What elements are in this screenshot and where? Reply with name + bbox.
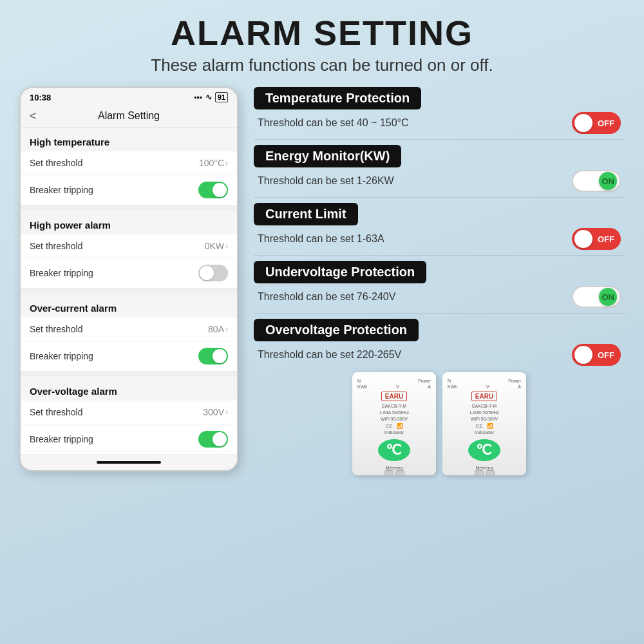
- feature-undervoltage: Undervoltage Protection Threshold can be…: [254, 261, 625, 308]
- device-indicator-label: Indicator: [384, 430, 404, 435]
- device-et-icon-2: ℃: [473, 439, 495, 461]
- setting-row-3: Set threshold 80A ›: [21, 317, 237, 341]
- page-subtitle: These alarm functions can be turned on o…: [151, 55, 493, 75]
- divider-3: [254, 255, 625, 256]
- feature-row-temperature: Threshold can be set 40 ~ 150°C OFF: [254, 112, 625, 134]
- value-set-threshold-4[interactable]: 300V ›: [203, 407, 228, 417]
- setting-row-4: Set threshold 300V ›: [21, 401, 237, 424]
- setting-row-toggle-2: Breaker tripping: [21, 258, 237, 289]
- back-button[interactable]: <: [30, 109, 37, 123]
- feature-current: Current Limit Threshold can be set 1-63A…: [254, 203, 625, 250]
- device-metering-label-2: Metering: [475, 466, 493, 470]
- toggle-text-undervoltage: ON: [602, 292, 615, 302]
- label-breaker-1: Breaker tripping: [30, 185, 93, 195]
- toggle-breaker-4[interactable]: [198, 431, 228, 448]
- right-panel: Temperature Protection Threshold can be …: [254, 87, 625, 475]
- feature-energy: Energy Monitor(KW) Threshold can be set …: [254, 145, 625, 192]
- feature-label-overvoltage: Overvoltage Protection: [254, 319, 419, 341]
- label-breaker-3: Breaker tripping: [30, 351, 93, 361]
- wifi-icon: ∿: [205, 93, 212, 102]
- section-high-temperature: High temperature: [21, 128, 237, 151]
- home-indicator: [97, 461, 161, 464]
- toggle-text-overvoltage: OFF: [598, 350, 614, 360]
- feature-label-energy: Energy Monitor(KW): [254, 145, 401, 167]
- content-row: 10:38 ▪▪▪ ∿ 91 < Alarm Setting High temp…: [19, 87, 625, 475]
- device-spec-2: EAKCB-T-M 1-63A 50/60Hz WiFi 90-300V: [469, 403, 499, 422]
- device-et-icon: ℃: [383, 439, 405, 461]
- setting-row-toggle-1: Breaker tripping: [21, 175, 237, 205]
- section-overcurrent-alarm: Over-current alarm: [21, 294, 237, 317]
- chevron-icon-4: ›: [225, 408, 228, 417]
- status-time: 10:38: [30, 93, 51, 102]
- page-title: ALARM SETTING: [171, 13, 473, 53]
- screen-title: Alarm Setting: [98, 110, 160, 122]
- setting-row-toggle-4: Breaker tripping: [21, 424, 237, 455]
- label-set-threshold-1: Set threshold: [30, 158, 83, 168]
- toggle-knob-current: [574, 230, 592, 248]
- feature-row-energy: Threshold can be set 1-26KW ON: [254, 170, 625, 192]
- page-wrapper: ALARM SETTING These alarm functions can …: [0, 0, 644, 644]
- phone-content: High temperature Set threshold 100°C › B…: [21, 128, 237, 464]
- device-bottom-ports-2: [475, 470, 495, 475]
- device-metering-label: Metering: [385, 466, 402, 470]
- label-set-threshold-3: Set threshold: [30, 324, 83, 334]
- device-brand-2: EARU: [471, 392, 497, 401]
- value-set-threshold-1[interactable]: 100°C ›: [199, 158, 228, 168]
- value-set-threshold-2[interactable]: 0KW ›: [205, 241, 228, 251]
- battery-icon: 91: [215, 92, 228, 102]
- device-brand-1: EARU: [381, 392, 407, 401]
- section-high-power-alarm: High power alarm: [21, 211, 237, 234]
- toggle-breaker-3[interactable]: [198, 348, 228, 365]
- label-set-threshold-4: Set threshold: [30, 407, 83, 417]
- toggle-text-temperature: OFF: [598, 118, 614, 128]
- device-body-2: N Power KWh V A EARU EAKCB-T-M 1-63A: [442, 372, 526, 475]
- phone-mockup: 10:38 ▪▪▪ ∿ 91 < Alarm Setting High temp…: [19, 87, 238, 471]
- threshold-overvoltage: Threshold can be set 220-265V: [258, 349, 401, 361]
- toggle-breaker-2[interactable]: [198, 265, 228, 281]
- device-port-2: [395, 470, 404, 475]
- chevron-icon-3: ›: [225, 325, 228, 334]
- toggle-overvoltage[interactable]: OFF: [572, 344, 621, 366]
- divider-1: [254, 139, 625, 140]
- toggle-energy[interactable]: ON: [572, 170, 621, 192]
- toggle-current[interactable]: OFF: [572, 228, 621, 250]
- section-overvoltage-alarm: Over-voltage alarm: [21, 377, 237, 401]
- feature-label-undervoltage: Undervoltage Protection: [254, 261, 426, 283]
- device-port-4: [486, 470, 495, 475]
- phone-header: < Alarm Setting: [21, 105, 237, 128]
- device-images: N Power KWh V A EARU EAKCB-T-M 1-63A: [254, 372, 625, 475]
- svg-text:℃: ℃: [386, 442, 402, 458]
- device-spec-1: EAKCB-T-M 1-63A 50/60Hz WiFi 90-300V: [379, 403, 409, 422]
- toggle-text-energy: ON: [602, 176, 615, 186]
- device-image-1: N Power KWh V A EARU EAKCB-T-M 1-63A: [352, 372, 436, 475]
- threshold-energy: Threshold can be set 1-26KW: [258, 175, 394, 187]
- feature-row-current: Threshold can be set 1-63A OFF: [254, 228, 625, 250]
- toggle-temperature[interactable]: OFF: [572, 112, 621, 134]
- device-icon-1: ℃: [378, 439, 410, 461]
- toggle-knob-overvoltage: [574, 346, 592, 364]
- chevron-icon-2: ›: [225, 242, 228, 251]
- feature-row-overvoltage: Threshold can be set 220-265V OFF: [254, 344, 625, 366]
- toggle-breaker-1[interactable]: [198, 182, 228, 198]
- label-breaker-4: Breaker tripping: [30, 434, 93, 444]
- threshold-current: Threshold can be set 1-63A: [258, 233, 384, 245]
- phone-status-bar: 10:38 ▪▪▪ ∿ 91: [21, 88, 237, 105]
- device-body-1: N Power KWh V A EARU EAKCB-T-M 1-63A: [352, 372, 436, 475]
- label-breaker-2: Breaker tripping: [30, 268, 93, 278]
- device-cert-row: CE 📶: [385, 423, 402, 429]
- setting-row-2: Set threshold 0KW ›: [21, 234, 237, 258]
- toggle-knob-temperature: [574, 114, 592, 132]
- toggle-undervoltage[interactable]: ON: [572, 286, 621, 308]
- device-bottom-ports: [384, 470, 404, 475]
- chevron-icon-1: ›: [225, 158, 228, 167]
- device-n-label: N: [357, 379, 361, 383]
- feature-overvoltage: Overvoltage Protection Threshold can be …: [254, 319, 625, 366]
- feature-row-undervoltage: Threshold can be set 76-240V ON: [254, 286, 625, 308]
- device-indicator-label-2: Indicator: [475, 430, 495, 435]
- device-port-3: [475, 470, 484, 475]
- device-icon-2: ℃: [468, 439, 500, 461]
- feature-label-current: Current Limit: [254, 203, 358, 225]
- value-set-threshold-3[interactable]: 80A ›: [208, 324, 228, 334]
- label-set-threshold-2: Set threshold: [30, 241, 83, 251]
- setting-row: Set threshold 100°C ›: [21, 151, 237, 175]
